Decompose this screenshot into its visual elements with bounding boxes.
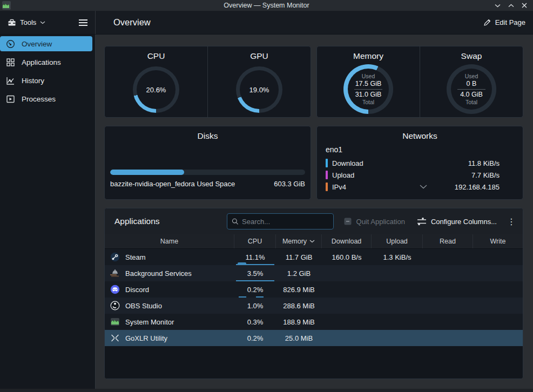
column-header-download[interactable]: Download xyxy=(322,234,372,248)
sidebar: Overview Applications History Processes xyxy=(0,35,96,391)
ipv4-label: IPv4 xyxy=(332,183,346,191)
networks-card: Networks eno1 Download 11.8 KiB/s Upload… xyxy=(316,126,523,200)
window-title: Overview — System Monitor xyxy=(0,2,533,9)
quit-application-label: Quit Application xyxy=(356,218,405,226)
search-input[interactable] xyxy=(242,218,329,226)
column-header-cpu[interactable]: CPU xyxy=(234,234,276,248)
sidebar-item-overview[interactable]: Overview xyxy=(0,36,92,51)
memory-value: 826.9 MiB xyxy=(276,281,322,298)
configure-columns-button[interactable]: Configure Columns... xyxy=(417,217,497,226)
memory-value: 288.6 MiB xyxy=(276,298,322,314)
steam-app-icon xyxy=(110,252,120,262)
download-color-chip xyxy=(326,159,328,167)
download-value xyxy=(322,330,372,346)
disk-used-value: 603.3 GiB xyxy=(274,180,305,188)
read-value xyxy=(423,281,473,298)
swap-used-value: 0 B xyxy=(467,80,477,88)
write-value xyxy=(473,281,523,298)
sliders-icon xyxy=(417,217,427,226)
upload-value xyxy=(372,281,423,298)
memory-value: 188.9 MiB xyxy=(276,314,322,330)
read-value xyxy=(423,298,473,314)
play-window-icon xyxy=(6,94,15,104)
memory-used-value: 17.5 GiB xyxy=(355,80,382,88)
column-header-read[interactable]: Read xyxy=(423,234,473,248)
disk-usage-bar xyxy=(110,170,305,175)
quit-application-button[interactable]: Quit Application xyxy=(343,217,405,226)
cpu-gauge-title: CPU xyxy=(147,51,165,61)
cpu-gpu-card: CPU 20.6% GPU 19.0% xyxy=(104,46,311,118)
maximize-icon[interactable] xyxy=(507,1,515,10)
grid-icon xyxy=(6,58,15,67)
read-value xyxy=(423,249,473,265)
close-icon[interactable] xyxy=(520,1,529,10)
table-row-steam[interactable]: Steam 11.1% 11.7 GiB 160.0 B/s 1.3 KiB/s xyxy=(105,249,523,265)
networks-card-title: Networks xyxy=(322,131,517,141)
write-value xyxy=(473,265,523,281)
titlebar: Overview — System Monitor xyxy=(0,0,533,11)
sidebar-item-processes[interactable]: Processes xyxy=(0,91,92,106)
memory-used-label: Used xyxy=(362,73,375,80)
download-value xyxy=(322,298,372,314)
speedometer-icon xyxy=(6,39,15,49)
app-name: System Monitor xyxy=(125,318,174,326)
sidebar-item-label: Applications xyxy=(22,58,61,66)
search-box[interactable] xyxy=(227,213,334,229)
ipv4-value: 192.168.4.185 xyxy=(435,183,500,191)
sidebar-item-applications[interactable]: Applications xyxy=(0,55,92,70)
line-chart-icon xyxy=(6,76,15,85)
write-value xyxy=(473,298,523,314)
disks-card-title: Disks xyxy=(110,131,305,141)
applications-panel-header: Applications Quit Application Configure … xyxy=(105,208,523,234)
discord-app-icon xyxy=(110,285,120,294)
download-value xyxy=(322,314,372,330)
upload-value xyxy=(372,298,423,314)
app-name: OBS Studio xyxy=(125,302,162,310)
sidebar-item-history[interactable]: History xyxy=(0,73,92,88)
cpu-gauge: 20.6% xyxy=(133,66,179,113)
applications-table-header: Name CPU Memory Download Upload Read Wri… xyxy=(105,234,523,249)
table-row-system-monitor[interactable]: System Monitor 0.3% 188.9 MiB xyxy=(105,314,523,330)
overflow-menu-icon[interactable]: ⋮ xyxy=(507,217,516,227)
upload-value xyxy=(372,330,423,346)
upload-value xyxy=(372,314,423,330)
swap-gauge-title: Swap xyxy=(461,51,482,61)
table-row-goxlr-utility[interactable]: GoXLR Utility 0.2% 25.0 MiB xyxy=(105,330,523,346)
table-row-background-services[interactable]: Background Services 3.5% 1.2 GiB xyxy=(105,265,523,281)
table-row-discord[interactable]: Discord 0.2% 826.9 MiB xyxy=(105,281,523,298)
obs-studio-app-icon xyxy=(110,301,120,310)
memory-value: 1.2 GiB xyxy=(276,265,322,281)
gpu-gauge-value: 19.0% xyxy=(249,86,269,94)
app-name: GoXLR Utility xyxy=(125,334,167,342)
memory-total-value: 31.0 GiB xyxy=(355,91,382,99)
table-row-obs-studio[interactable]: OBS Studio 1.0% 288.6 MiB xyxy=(105,298,523,314)
column-header-write[interactable]: Write xyxy=(473,234,523,248)
read-value xyxy=(423,265,473,281)
download-label: Download xyxy=(332,159,363,167)
write-value xyxy=(473,249,523,265)
cpu-value: 0.2% xyxy=(247,286,264,294)
app-name: Discord xyxy=(125,286,149,294)
sidebar-item-label: Overview xyxy=(22,40,52,48)
read-value xyxy=(423,314,473,330)
tools-menu-button[interactable]: Tools xyxy=(3,16,50,30)
minimize-icon[interactable] xyxy=(493,1,502,10)
cpu-value: 3.5% xyxy=(247,269,264,278)
cpu-history-sparkline xyxy=(238,262,246,264)
edit-page-label: Edit Page xyxy=(495,18,525,26)
swap-total-label: Total xyxy=(465,99,477,106)
swap-total-value: 4.0 GiB xyxy=(460,91,483,99)
edit-page-button[interactable]: Edit Page xyxy=(483,18,525,26)
disk-label: bazzite-nvidia-open_fedora Used Space xyxy=(110,180,235,188)
ipv4-expand-chevron-icon[interactable] xyxy=(420,185,427,189)
pencil-icon xyxy=(483,18,491,26)
column-header-upload[interactable]: Upload xyxy=(372,234,423,248)
page-title: Overview xyxy=(113,17,151,28)
hamburger-menu-icon[interactable] xyxy=(78,19,88,26)
upload-value xyxy=(372,265,423,281)
sidebar-item-label: Processes xyxy=(22,95,56,103)
network-upload-row: Upload 7.7 KiB/s xyxy=(322,169,517,181)
upload-value: 7.7 KiB/s xyxy=(435,171,500,179)
column-header-name[interactable]: Name xyxy=(105,234,234,248)
column-header-memory[interactable]: Memory xyxy=(276,234,322,248)
